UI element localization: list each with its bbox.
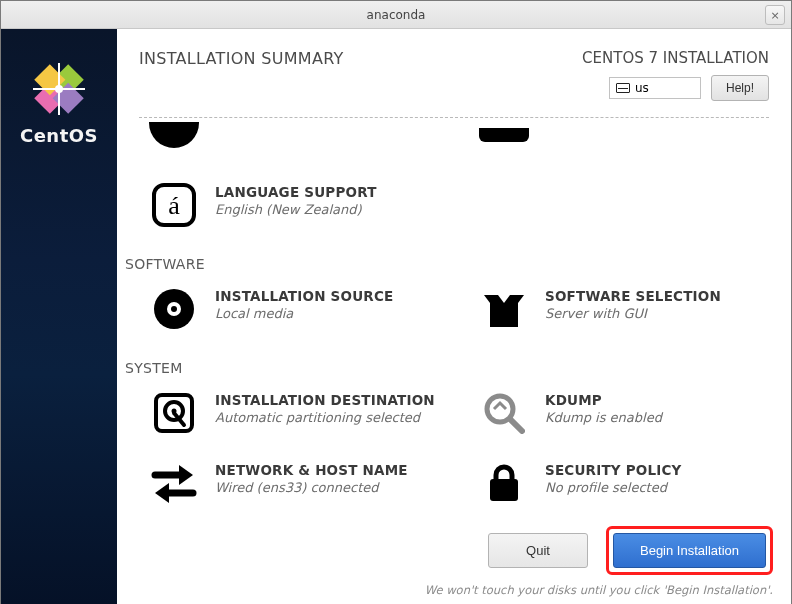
spoke-title: INSTALLATION DESTINATION bbox=[215, 392, 435, 408]
package-open-icon bbox=[479, 284, 529, 334]
spoke-subtitle: Wired (ens33) connected bbox=[215, 480, 408, 495]
window-title: anaconda bbox=[367, 8, 426, 22]
page-title: INSTALLATION SUMMARY bbox=[139, 49, 344, 68]
spoke-area: á LANGUAGE SUPPORT English (New Zealand)… bbox=[117, 118, 791, 518]
spoke-installation-source[interactable]: INSTALLATION SOURCE Local media bbox=[149, 274, 449, 344]
spoke-subtitle: Server with GUI bbox=[545, 306, 721, 321]
begin-installation-highlight: Begin Installation bbox=[606, 526, 773, 575]
spoke-security-policy[interactable]: SECURITY POLICY No profile selected bbox=[479, 448, 779, 518]
clipped-icon bbox=[479, 118, 529, 160]
category-system: SYSTEM bbox=[119, 344, 781, 378]
keyboard-icon bbox=[616, 83, 630, 93]
spoke-title: KDUMP bbox=[545, 392, 662, 408]
footer-hint: We won't touch your disks until you clic… bbox=[135, 583, 773, 597]
close-icon: × bbox=[770, 9, 779, 22]
quit-button[interactable]: Quit bbox=[488, 533, 588, 568]
header-right: CENTOS 7 INSTALLATION us Help! bbox=[582, 49, 769, 101]
window-body: CentOS INSTALLATION SUMMARY CENTOS 7 INS… bbox=[1, 29, 791, 604]
svg-rect-16 bbox=[490, 479, 518, 501]
product-name: CentOS bbox=[20, 125, 98, 146]
network-arrows-icon bbox=[149, 458, 199, 508]
svg-point-6 bbox=[55, 85, 63, 93]
spoke-subtitle: English (New Zealand) bbox=[215, 202, 377, 217]
spoke-title: SOFTWARE SELECTION bbox=[545, 288, 721, 304]
brand-label: CENTOS 7 INSTALLATION bbox=[582, 49, 769, 67]
begin-installation-button[interactable]: Begin Installation bbox=[613, 533, 766, 568]
keyboard-layout-text: us bbox=[635, 81, 649, 95]
language-a-icon: á bbox=[149, 180, 199, 230]
main-pane: INSTALLATION SUMMARY CENTOS 7 INSTALLATI… bbox=[117, 29, 791, 604]
header: INSTALLATION SUMMARY CENTOS 7 INSTALLATI… bbox=[117, 29, 791, 111]
spoke-subtitle: Kdump is enabled bbox=[545, 410, 662, 425]
svg-text:á: á bbox=[168, 191, 180, 220]
svg-point-11 bbox=[171, 306, 177, 312]
spoke-kdump[interactable]: KDUMP Kdump is enabled bbox=[479, 378, 779, 448]
spoke-subtitle: Automatic partitioning selected bbox=[215, 410, 435, 425]
spoke-language-support[interactable]: á LANGUAGE SUPPORT English (New Zealand) bbox=[149, 170, 449, 240]
centos-logo-icon bbox=[31, 61, 87, 117]
spoke-subtitle: Local media bbox=[215, 306, 393, 321]
window-close-button[interactable]: × bbox=[765, 5, 785, 25]
spoke-title: NETWORK & HOST NAME bbox=[215, 462, 408, 478]
lock-icon bbox=[479, 458, 529, 508]
spoke-title: INSTALLATION SOURCE bbox=[215, 288, 393, 304]
keyboard-layout-selector[interactable]: us bbox=[609, 77, 701, 99]
anaconda-window: anaconda × CentOS INSTALLATION SUMMARY bbox=[0, 0, 792, 604]
spoke-title: SECURITY POLICY bbox=[545, 462, 682, 478]
spoke-title: LANGUAGE SUPPORT bbox=[215, 184, 377, 200]
sidebar: CentOS bbox=[1, 29, 117, 604]
category-software: SOFTWARE bbox=[119, 240, 781, 274]
clipped-icon bbox=[149, 118, 199, 160]
spoke-software-selection[interactable]: SOFTWARE SELECTION Server with GUI bbox=[479, 274, 779, 344]
titlebar: anaconda × bbox=[1, 1, 791, 29]
optical-disc-icon bbox=[149, 284, 199, 334]
magnifier-icon bbox=[479, 388, 529, 438]
spoke-subtitle: No profile selected bbox=[545, 480, 682, 495]
help-button[interactable]: Help! bbox=[711, 75, 769, 101]
spoke-installation-destination[interactable]: INSTALLATION DESTINATION Automatic parti… bbox=[149, 378, 449, 448]
hard-disk-icon bbox=[149, 388, 199, 438]
footer: Quit Begin Installation We won't touch y… bbox=[117, 518, 791, 604]
spoke-network-hostname[interactable]: NETWORK & HOST NAME Wired (ens33) connec… bbox=[149, 448, 449, 518]
